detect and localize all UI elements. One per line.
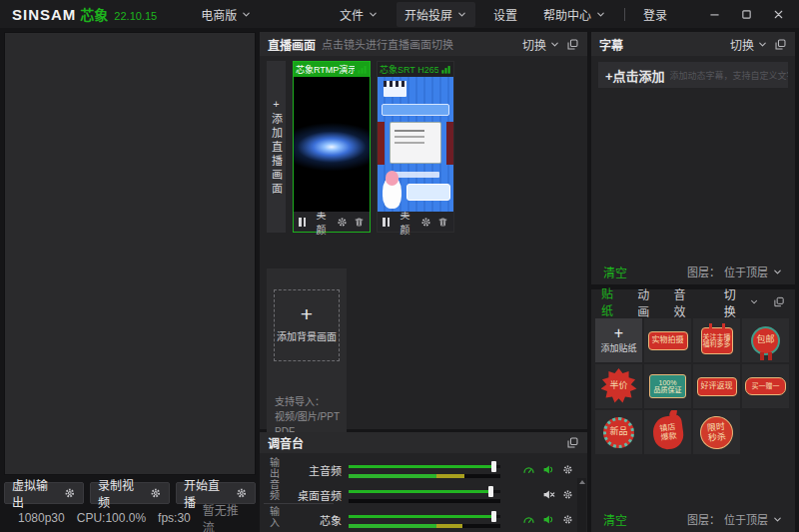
sticker-footer: 清空 图层： 位于顶层 bbox=[591, 506, 795, 532]
switch-dropdown[interactable]: 切换 bbox=[724, 285, 759, 319]
fps-label: fps:30 bbox=[158, 511, 191, 525]
layer-dropdown[interactable]: 图层： 位于顶层 bbox=[687, 511, 783, 527]
group-divider bbox=[264, 503, 334, 504]
mixer-body: 输出音频 输入 主音频 bbox=[260, 453, 587, 532]
minimize-button[interactable] bbox=[701, 3, 727, 25]
clear-subtitles-link[interactable]: 清空 bbox=[603, 264, 627, 280]
switch-dropdown[interactable]: 切换 bbox=[522, 36, 560, 53]
close-button[interactable] bbox=[765, 3, 791, 25]
level-meter bbox=[349, 524, 500, 528]
add-camera-button[interactable]: +添加直播画面 bbox=[267, 61, 286, 233]
chevron-down-icon bbox=[368, 9, 379, 20]
speaker-muted-icon[interactable] bbox=[542, 488, 555, 501]
mixer-scrollbar[interactable] bbox=[577, 478, 586, 532]
menu-file[interactable]: 文件 bbox=[332, 2, 387, 27]
add-sticker-button[interactable]: + 添加贴纸 bbox=[595, 318, 642, 362]
tab-sound[interactable]: 音效 bbox=[674, 281, 696, 322]
gear-icon[interactable] bbox=[150, 487, 162, 499]
channel-name: 芯象 bbox=[286, 512, 342, 528]
camera-video-thumbnail[interactable] bbox=[294, 77, 370, 212]
app-logo: SINSAM 芯象 22.10.15 bbox=[12, 4, 157, 24]
slider-handle[interactable] bbox=[491, 461, 496, 472]
add-background-button[interactable]: + 添加背景画面 bbox=[274, 289, 340, 361]
camera-video-thumbnail[interactable] bbox=[378, 77, 453, 212]
sticker-item[interactable]: 关注主播 福利多多 bbox=[693, 318, 740, 362]
pause-icon[interactable] bbox=[299, 218, 306, 227]
virtual-output-button[interactable]: 虚拟输出 bbox=[4, 482, 84, 504]
chevron-down-icon bbox=[595, 9, 606, 20]
live-panel-header: 直播画面 点击镜头进行直播画面切换 切换 bbox=[260, 32, 587, 56]
record-video-button[interactable]: 录制视频 bbox=[90, 482, 170, 504]
gear-icon[interactable] bbox=[562, 514, 573, 525]
live-scenes-panel: 直播画面 点击镜头进行直播画面切换 切换 +添加直播画面 芯象RTMP演示 bbox=[260, 32, 587, 429]
menu-login[interactable]: 登录 bbox=[635, 2, 675, 27]
channel-icons bbox=[507, 463, 573, 476]
volume-slider[interactable] bbox=[349, 462, 500, 478]
preview-canvas[interactable] bbox=[4, 32, 256, 475]
slider-handle[interactable] bbox=[491, 511, 496, 522]
speech-bubble bbox=[406, 184, 450, 202]
popout-icon[interactable] bbox=[566, 436, 579, 449]
subtitle-panel: 字幕 切换 +点击添加 添加动态字幕，支持自定义文字、内容 清空 图层： 位于顶… bbox=[591, 32, 795, 284]
volume-slider[interactable] bbox=[349, 487, 500, 503]
channel-name: 桌面音频 bbox=[286, 487, 342, 503]
sticker-shop-hot-item: 镇店 爆款 bbox=[650, 414, 684, 451]
camera-title-bar: 芯象SRT H265 bbox=[378, 62, 453, 77]
sticker-item[interactable]: 实物拍摄 bbox=[644, 318, 691, 362]
gear-icon[interactable] bbox=[236, 487, 248, 499]
pause-icon[interactable] bbox=[383, 218, 390, 227]
sticker-grid: + 添加贴纸 实物拍摄 关注主播 福利多多 包邮 半价 100% 品质保证 好评… bbox=[595, 318, 791, 454]
tab-animation[interactable]: 动画 bbox=[637, 281, 659, 322]
clapper-graphic bbox=[384, 81, 406, 97]
menu-settings[interactable]: 设置 bbox=[485, 2, 525, 27]
gear-icon[interactable] bbox=[420, 217, 431, 228]
popout-icon[interactable] bbox=[774, 38, 787, 51]
maximize-button[interactable] bbox=[733, 3, 759, 25]
top-menu: 文件 开始投屏 设置 帮助中心 登录 bbox=[332, 2, 791, 27]
panel-title: 字幕 bbox=[599, 36, 623, 53]
camera-controls: 美颜 bbox=[294, 212, 370, 232]
camera-title: 芯象SRT H265 bbox=[380, 63, 438, 76]
monitor-gauge-icon[interactable] bbox=[522, 513, 535, 526]
speaker-icon[interactable] bbox=[542, 513, 555, 526]
window-screenshot bbox=[391, 123, 440, 164]
gear-icon[interactable] bbox=[64, 487, 76, 499]
camera-card-srt[interactable]: 芯象SRT H265 bbox=[377, 61, 454, 233]
edition-dropdown[interactable]: 电商版 bbox=[201, 6, 252, 23]
camera-card-rtmp[interactable]: 芯象RTMP演示 美颜 bbox=[293, 61, 371, 233]
sticker-item[interactable]: 100% 品质保证 bbox=[644, 364, 691, 408]
gear-icon[interactable] bbox=[562, 489, 573, 500]
sticker-item[interactable]: 买一赠一 bbox=[742, 364, 789, 408]
trash-icon[interactable] bbox=[354, 217, 365, 228]
sticker-item[interactable]: 好评返现 bbox=[693, 364, 740, 408]
stream-status: 暂无推流 bbox=[203, 501, 250, 532]
gear-icon[interactable] bbox=[562, 464, 573, 475]
sticker-item[interactable]: 镇店 爆款 bbox=[644, 410, 691, 454]
tab-stickers[interactable]: 贴纸 bbox=[601, 280, 623, 323]
tutorial-video bbox=[378, 77, 453, 212]
banner-graphic bbox=[382, 104, 449, 116]
menu-start-cast[interactable]: 开始投屏 bbox=[397, 2, 475, 27]
scroll-up-icon[interactable] bbox=[579, 480, 585, 484]
layer-dropdown[interactable]: 图层： 位于顶层 bbox=[687, 264, 783, 279]
plus-icon: + bbox=[614, 327, 623, 339]
mixer-row-main-audio: 主音频 bbox=[286, 457, 573, 482]
popout-icon[interactable] bbox=[566, 38, 579, 51]
sticker-item[interactable]: 限时 秒杀 bbox=[693, 410, 740, 454]
popout-icon[interactable] bbox=[773, 295, 785, 308]
menu-help[interactable]: 帮助中心 bbox=[535, 2, 614, 27]
sticker-item[interactable]: 新品 bbox=[595, 410, 642, 454]
gear-icon[interactable] bbox=[337, 217, 348, 228]
speaker-icon[interactable] bbox=[542, 463, 555, 476]
add-subtitle-button[interactable]: +点击添加 添加动态字幕，支持自定义文字、内容 bbox=[598, 62, 788, 88]
sticker-item[interactable]: 包邮 bbox=[742, 318, 789, 362]
clear-stickers-link[interactable]: 清空 bbox=[603, 511, 627, 528]
volume-slider[interactable] bbox=[349, 512, 500, 528]
sticker-item[interactable]: 半价 bbox=[595, 364, 642, 408]
background-card: + 添加背景画面 支持导入： 视频/图片/PPT PDF bbox=[267, 268, 347, 440]
trash-icon[interactable] bbox=[437, 217, 448, 228]
sticker-real-shot: 实物拍摄 bbox=[648, 331, 688, 350]
slider-handle[interactable] bbox=[488, 486, 493, 497]
monitor-gauge-icon[interactable] bbox=[522, 463, 535, 476]
switch-dropdown[interactable]: 切换 bbox=[730, 36, 768, 53]
